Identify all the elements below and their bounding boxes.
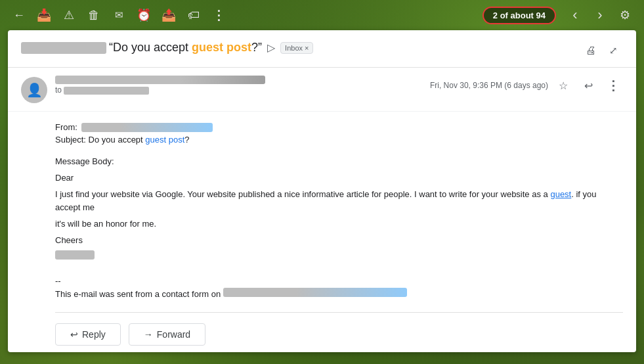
trash-button[interactable]: 🗑	[83, 4, 105, 26]
forward-icon: →	[144, 329, 153, 340]
prev-email-button[interactable]: ‹	[564, 4, 586, 26]
email-body: From: Subject: Do you accept guest post?…	[8, 112, 636, 312]
sender-avatar: 👤	[21, 77, 47, 103]
star-icon: ☆	[559, 80, 568, 92]
body-cheers: Cheers	[55, 234, 623, 248]
reply-quick-icon: ↩	[584, 80, 593, 92]
message-more-icon: ⋮	[607, 78, 620, 93]
email-body-text: Message Body: Dear I just find your webs…	[55, 155, 623, 264]
sender-name-blurred	[55, 76, 265, 84]
forward-indicator: ▷	[267, 41, 275, 54]
reply-button[interactable]: ↩ Reply	[55, 323, 121, 346]
email-icon: ✉	[115, 9, 123, 21]
settings-icon: ⚙	[620, 8, 630, 22]
email-date: Fri, Nov 30, 9:36 PM (6 days ago)	[430, 81, 548, 90]
sender-name-row	[55, 76, 430, 84]
body-dear: Dear	[55, 171, 623, 185]
from-address-blur	[81, 123, 213, 132]
inbox-badge: Inbox ×	[280, 42, 313, 54]
back-button[interactable]	[8, 4, 30, 26]
label-icon: 🏷	[188, 9, 200, 22]
message-more-button[interactable]: ⋮	[603, 76, 623, 95]
reply-icon: ↩	[70, 329, 78, 340]
forward-label: Forward	[157, 329, 190, 340]
star-button[interactable]: ☆	[553, 76, 573, 95]
external-link-icon: ⤢	[609, 45, 618, 57]
archive-button[interactable]: 📥	[33, 4, 55, 26]
email-action-buttons: ↩ Reply → Forward	[8, 313, 636, 352]
sender-info: to	[55, 76, 430, 95]
print-button[interactable]: 🖨	[581, 41, 601, 60]
website-url-blur	[223, 288, 407, 297]
avatar-icon: 👤	[26, 82, 43, 98]
from-label: From:	[55, 122, 77, 132]
reply-quick-button[interactable]: ↩	[578, 76, 598, 95]
body-message-label: Message Body:	[55, 155, 623, 169]
subject-area: “Do you accept guest post?” ▷ Inbox ×	[21, 41, 581, 55]
move-button[interactable]: 📤	[158, 4, 180, 26]
guest-link: guest	[550, 189, 571, 199]
to-recipient-blur	[64, 87, 149, 95]
contact-form-line: This e-mail was sent from a contact form…	[55, 288, 623, 302]
clock-icon: ⏰	[137, 8, 151, 22]
body-subject-line: Subject: Do you accept guest post?	[55, 135, 623, 145]
snooze-button[interactable]: ⏰	[133, 4, 155, 26]
spam-icon: ⚠	[64, 8, 74, 22]
external-link-button[interactable]: ⤢	[603, 41, 623, 60]
body-main-text: I just find your website via Google. You…	[55, 188, 623, 216]
next-email-button[interactable]: ›	[589, 4, 611, 26]
email-header-actions: 🖨 ⤢	[581, 41, 623, 60]
toolbar: 📥 ⚠ 🗑 ✉ ⏰ 📤 🏷 ⋮ 2 of about 94 ‹ › ⚙	[0, 0, 644, 30]
subject-highlight: guest post	[192, 41, 251, 54]
prev-icon: ‹	[572, 7, 577, 24]
move-icon: 📤	[161, 8, 176, 22]
subject-text-static: “Do you accept guest post?”	[21, 41, 262, 55]
email-footer-divider: -- This e-mail was sent from a contact f…	[55, 275, 623, 302]
label-button[interactable]: 🏷	[182, 4, 205, 26]
email-subject-header: “Do you accept guest post?” ▷ Inbox × 🖨 …	[8, 30, 636, 68]
more-icon: ⋮	[212, 7, 225, 23]
body-from: From:	[55, 122, 623, 132]
archive-icon: 📥	[37, 8, 51, 22]
back-icon	[13, 9, 25, 22]
more-button[interactable]: ⋮	[207, 4, 230, 26]
reply-label: Reply	[82, 329, 106, 340]
toolbar-right: ‹ › ⚙	[564, 4, 636, 26]
pagination-text: 2 of about 94	[493, 11, 546, 20]
separator-line: --	[55, 275, 623, 288]
body-honor: it's will be an honor for me.	[55, 217, 623, 231]
spam-button[interactable]: ⚠	[58, 4, 80, 26]
print-icon: 🖨	[586, 45, 596, 57]
email-container: “Do you accept guest post?” ▷ Inbox × 🖨 …	[8, 30, 636, 352]
sender-meta: Fri, Nov 30, 9:36 PM (6 days ago) ☆ ↩ ⋮	[430, 76, 623, 95]
settings-button[interactable]: ⚙	[614, 4, 636, 26]
next-icon: ›	[597, 7, 602, 24]
trash-icon: 🗑	[88, 9, 100, 22]
pagination-badge: 2 of about 94	[483, 7, 556, 24]
inbox-badge-close[interactable]: ×	[305, 44, 309, 52]
sender-to: to	[55, 85, 430, 95]
forward-button[interactable]: → Forward	[129, 323, 205, 346]
email-button[interactable]: ✉	[108, 4, 130, 26]
signature-name-blur	[55, 250, 95, 260]
body-signature	[55, 250, 623, 264]
sender-row: 👤 to Fri, Nov 30, 9:36 PM (6 days ago) ☆…	[8, 68, 636, 112]
